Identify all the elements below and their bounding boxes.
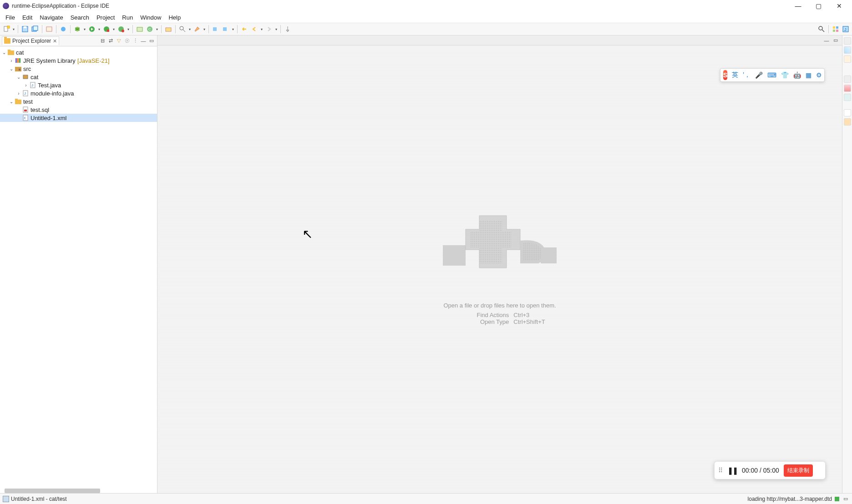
run-last-button[interactable]	[117, 25, 126, 34]
editor-body[interactable]: Open a file or drop files here to open t…	[157, 45, 842, 493]
annotation-button[interactable]	[193, 25, 202, 34]
save-button[interactable]	[20, 25, 30, 34]
twist-expanded-icon[interactable]: ⌄	[15, 75, 22, 80]
forward-button[interactable]	[264, 25, 274, 34]
view-menu-button[interactable]: ⋮	[132, 37, 139, 45]
recording-toolbar[interactable]: ⠿ ❚❚ 00:00 / 05:00 结束录制	[714, 461, 826, 479]
terminal-view-icon[interactable]	[844, 118, 851, 126]
new-dropdown[interactable]: ▾	[12, 27, 15, 31]
close-button[interactable]: ✕	[829, 0, 849, 12]
ime-punct-icon[interactable]: '，	[743, 71, 751, 79]
new-package-button[interactable]	[135, 25, 144, 34]
pin-button[interactable]	[283, 25, 292, 34]
save-all-button[interactable]	[30, 25, 40, 34]
console-view-icon[interactable]	[844, 109, 851, 116]
show-background-ops-button[interactable]: ▭	[842, 495, 849, 503]
focus-button[interactable]: ⦿	[123, 37, 131, 45]
close-view-icon[interactable]: ✕	[53, 38, 57, 44]
new-button[interactable]	[2, 25, 11, 34]
open-perspective-button[interactable]	[831, 25, 840, 34]
new-class-dropdown[interactable]: ▾	[155, 27, 159, 31]
coverage-button[interactable]	[102, 25, 111, 34]
tree-file-test-java[interactable]: › J Test.java	[0, 81, 157, 89]
menu-navigate[interactable]: Navigate	[36, 12, 66, 23]
markers-view-icon[interactable]	[844, 85, 851, 92]
annotation-dropdown[interactable]: ▾	[203, 27, 206, 31]
ann-dropdown[interactable]: ▾	[231, 27, 235, 31]
back-button[interactable]	[250, 25, 259, 34]
tree-file-untitled-xml[interactable]: X Untitled-1.xml	[0, 114, 157, 122]
twist-expanded-icon[interactable]: ⌄	[1, 50, 7, 55]
svg-text:J: J	[844, 27, 847, 32]
editor-minimize-button[interactable]: —	[823, 37, 830, 44]
tree-jre-library[interactable]: › JRE System Library [JavaSE-21]	[0, 56, 157, 65]
twist-collapsed-icon[interactable]: ›	[8, 58, 15, 63]
menu-run[interactable]: Run	[118, 12, 137, 23]
coverage-dropdown[interactable]: ▾	[112, 27, 116, 31]
menu-search[interactable]: Search	[67, 12, 93, 23]
filter-button[interactable]: ▽	[115, 37, 122, 45]
menu-window[interactable]: Window	[137, 12, 165, 23]
twist-collapsed-icon[interactable]: ›	[23, 83, 29, 88]
search-dropdown[interactable]: ▾	[188, 27, 192, 31]
tree-src-folder[interactable]: ⌄ src	[0, 65, 157, 73]
maximize-button[interactable]: ▢	[808, 0, 829, 12]
run-button[interactable]	[87, 25, 96, 34]
twist-expanded-icon[interactable]: ⌄	[8, 99, 15, 104]
twist-expanded-icon[interactable]: ⌄	[8, 66, 15, 71]
tab-project-explorer[interactable]: Project Explorer ✕	[2, 36, 59, 45]
project-tree[interactable]: ⌄ cat › JRE System Library [JavaSE-21] ⌄…	[0, 46, 157, 493]
prev-annotation-button[interactable]	[221, 25, 230, 34]
debug-dropdown[interactable]: ▾	[83, 27, 86, 31]
debug-button[interactable]	[73, 25, 82, 34]
ime-robot-icon[interactable]: 🤖	[793, 71, 801, 79]
ime-toolbar[interactable]: S 英 '， 🎤 ⌨ 👕 🤖 ▦ ⚙	[720, 68, 825, 82]
stop-recording-button[interactable]: 结束录制	[784, 464, 813, 477]
last-edit-button[interactable]	[240, 25, 249, 34]
back-dropdown[interactable]: ▾	[260, 27, 264, 31]
tree-file-test-sql[interactable]: test.sql	[0, 106, 157, 114]
ime-keyboard-icon[interactable]: ⌨	[767, 71, 776, 79]
ime-skin-icon[interactable]: 👕	[781, 71, 789, 79]
ime-grid-icon[interactable]: ▦	[806, 71, 811, 79]
ime-settings-icon[interactable]: ⚙	[816, 71, 822, 79]
task-list-view-icon[interactable]	[844, 55, 851, 63]
menu-project[interactable]: Project	[93, 12, 118, 23]
menu-help[interactable]: Help	[165, 12, 184, 23]
drag-grip-icon[interactable]: ⠿	[718, 467, 723, 474]
tree-file-module-info[interactable]: › J module-info.java	[0, 89, 157, 97]
restore-view-button[interactable]	[844, 37, 851, 45]
restore-view-button-2[interactable]	[844, 76, 851, 83]
menu-file[interactable]: File	[2, 12, 19, 23]
minimize-view-button[interactable]: —	[140, 37, 147, 45]
sogou-logo-icon[interactable]: S	[723, 70, 727, 80]
search-button[interactable]	[178, 25, 187, 34]
pause-button[interactable]: ❚❚	[727, 466, 737, 475]
outline-view-icon[interactable]	[844, 46, 851, 54]
menu-edit[interactable]: Edit	[19, 12, 36, 23]
java-perspective-button[interactable]: J	[841, 25, 850, 34]
maximize-view-button[interactable]: ▭	[148, 37, 155, 45]
properties-view-icon[interactable]	[844, 94, 851, 101]
editor-maximize-button[interactable]: ▭	[832, 37, 839, 44]
tree-test-folder[interactable]: ⌄ test	[0, 97, 157, 106]
quick-access-search-icon[interactable]	[817, 25, 826, 34]
ime-lang-indicator[interactable]: 英	[732, 71, 738, 79]
next-annotation-button[interactable]	[211, 25, 220, 34]
progress-indicator-icon[interactable]	[835, 497, 839, 501]
tree-project-cat[interactable]: ⌄ cat	[0, 48, 157, 56]
minimize-button[interactable]: —	[788, 0, 808, 12]
horizontal-scrollbar[interactable]	[5, 489, 100, 493]
tree-package-cat[interactable]: ⌄ cat	[0, 73, 157, 81]
forward-dropdown[interactable]: ▾	[274, 27, 278, 31]
link-editor-button[interactable]: ⇄	[107, 37, 114, 45]
ime-voice-icon[interactable]: 🎤	[755, 71, 763, 79]
run-last-dropdown[interactable]: ▾	[127, 27, 130, 31]
skip-breakpoints-button[interactable]	[59, 25, 68, 34]
open-type-button[interactable]	[164, 25, 173, 34]
new-class-button[interactable]: C	[145, 25, 154, 34]
twist-collapsed-icon[interactable]: ›	[15, 91, 22, 96]
collapse-all-button[interactable]: ⊟	[99, 37, 106, 45]
toggle-breadcrumb-button[interactable]	[45, 25, 54, 34]
run-dropdown[interactable]: ▾	[97, 27, 101, 31]
